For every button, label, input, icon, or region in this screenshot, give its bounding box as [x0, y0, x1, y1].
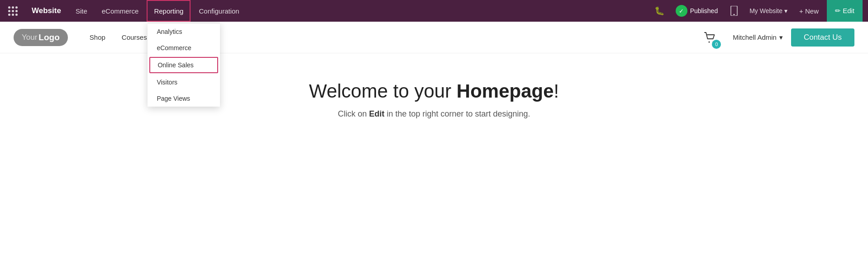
svg-point-2: [709, 41, 710, 42]
website-nav: Your Logo Shop Courses Contact us 0 Mitc…: [0, 22, 868, 53]
user-chevron-icon: ▾: [779, 33, 783, 42]
new-button[interactable]: + New: [795, 7, 823, 15]
published-check-icon: ✓: [676, 5, 687, 17]
nav-shop[interactable]: Shop: [81, 22, 114, 53]
logo-logo-text: Logo: [38, 33, 59, 42]
logo[interactable]: Your Logo: [14, 29, 68, 46]
dots-grid-visual: [8, 6, 18, 16]
chevron-down-icon: ▾: [784, 7, 787, 14]
debug-icon[interactable]: 🐛: [651, 3, 668, 19]
admin-nav-site[interactable]: Site: [69, 0, 94, 22]
grid-icon[interactable]: [5, 4, 20, 18]
my-website-dropdown[interactable]: My Website ▾: [746, 7, 791, 14]
admin-nav-reporting[interactable]: Reporting Analytics eCommerce Online Sal…: [147, 0, 191, 22]
logo-your-text: Your: [22, 33, 37, 42]
user-name: Mitchell Admin: [733, 33, 777, 41]
admin-nav-ecommerce[interactable]: eCommerce: [95, 0, 145, 22]
dropdown-item-online-sales[interactable]: Online Sales: [149, 57, 218, 73]
admin-bar-left: Website Site eCommerce Reporting Analyti…: [5, 0, 651, 22]
mobile-view-icon[interactable]: [726, 3, 742, 19]
published-badge[interactable]: ✓ Published: [671, 5, 723, 17]
dropdown-item-ecommerce[interactable]: eCommerce: [148, 40, 220, 56]
cart-count-badge: 0: [712, 40, 721, 49]
main-content: Welcome to your Homepage! Click on Edit …: [0, 53, 868, 146]
cart-icon[interactable]: 0: [696, 32, 725, 43]
admin-bar-right: 🐛 ✓ Published My Website ▾ + New ✏ Edit: [651, 0, 863, 22]
dropdown-item-page-views[interactable]: Page Views: [148, 90, 220, 107]
edit-button[interactable]: ✏ Edit: [827, 0, 863, 22]
dropdown-item-analytics[interactable]: Analytics: [148, 23, 220, 40]
contact-us-button[interactable]: Contact Us: [791, 28, 854, 47]
dropdown-item-visitors[interactable]: Visitors: [148, 74, 220, 90]
admin-brand[interactable]: Website: [25, 0, 67, 22]
logo-oval: Your Logo: [14, 29, 68, 46]
user-dropdown[interactable]: Mitchell Admin ▾: [725, 33, 791, 42]
welcome-title: Welcome to your Homepage!: [309, 80, 559, 102]
welcome-subtitle: Click on Edit in the top right corner to…: [338, 109, 530, 119]
reporting-dropdown: Analytics eCommerce Online Sales Visitor…: [148, 23, 220, 107]
admin-nav-configuration[interactable]: Configuration: [192, 0, 245, 22]
admin-bar: Website Site eCommerce Reporting Analyti…: [0, 0, 868, 22]
svg-rect-1: [733, 14, 735, 15]
